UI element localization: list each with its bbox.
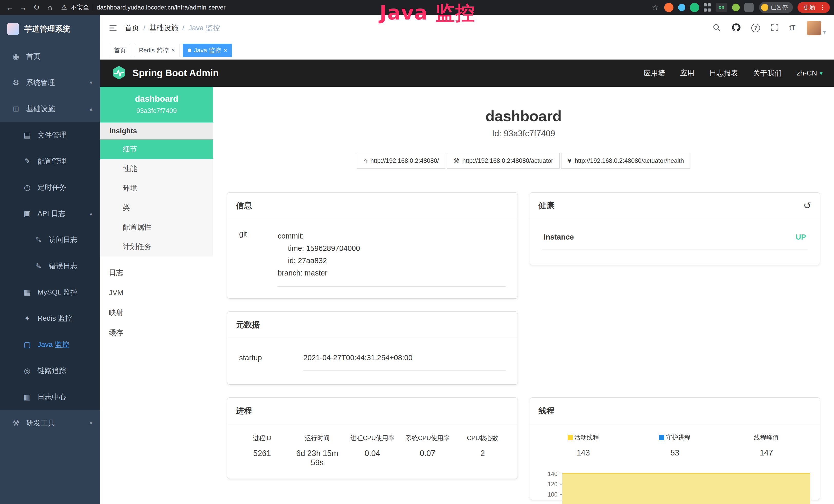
tag-redis-monitor[interactable]: Redis 监控 × [134, 44, 180, 57]
extensions-puzzle-icon[interactable] [744, 3, 753, 12]
info-row-label: git [239, 230, 278, 287]
process-col-value: 5261 [235, 449, 290, 458]
process-table: 进程ID 5261 运行时间 6d 23h 15m 59s 进程CPU使用率 0… [227, 424, 518, 479]
page-subtitle: Id: 93a3fc7f7409 [213, 129, 834, 138]
wrench-icon: ⚒ [453, 157, 459, 165]
chevron-down-icon: ▾ [820, 70, 823, 77]
avatar [807, 21, 821, 35]
instance-sidebar: dashboard 93a3fc7f7409 Insights 细节 性能 环境… [100, 87, 213, 504]
sba-nav-journal[interactable]: 日志报表 [709, 68, 738, 78]
instance-item-logs[interactable]: 日志 [100, 263, 213, 283]
sidebar-item-redis-monitor[interactable]: ✦ Redis 监控 [0, 305, 100, 331]
tag-home[interactable]: 首页 [109, 44, 131, 57]
update-button[interactable]: 更新 ⋮ [797, 2, 830, 13]
app-logo [7, 23, 19, 35]
refresh-icon[interactable]: ↻ [31, 2, 42, 13]
instance-header[interactable]: dashboard 93a3fc7f7409 [100, 87, 213, 122]
sba-nav-about[interactable]: 关于我们 [753, 68, 782, 78]
sidebar-item-access-logs[interactable]: ✎ 访问日志 [0, 227, 100, 253]
font-size-icon[interactable]: tT [789, 24, 795, 32]
close-icon[interactable]: × [171, 47, 175, 54]
service-url-link[interactable]: ⌂ http://192.168.0.2:48080/ [357, 153, 445, 169]
active-threads-value: 143 [537, 448, 629, 458]
instance-item-mappings[interactable]: 映射 [100, 303, 213, 323]
extension-on-badge[interactable]: on [716, 3, 727, 12]
actuator-url-link[interactable]: ⚒ http://192.168.0.2:48080/actuator [447, 153, 560, 169]
instance-item-caches[interactable]: 缓存 [100, 323, 213, 343]
insights-item-scheduled-tasks[interactable]: 计划任务 [100, 237, 213, 256]
home-icon: ⌂ [363, 157, 367, 165]
api-log-icon: ▣ [23, 209, 32, 218]
sidebar-item-system-management[interactable]: ⚙ 系统管理 ▾ [0, 70, 100, 96]
health-card: 健康 ↺ Instance UP [530, 192, 820, 265]
process-col-value: 6d 23h 15m 59s [290, 449, 345, 467]
tag-java-monitor[interactable]: Java 监控 × [183, 44, 232, 57]
java-monitor-icon: ▢ [23, 340, 32, 349]
daemon-threads-value: 53 [629, 448, 721, 458]
sba-body: dashboard 93a3fc7f7409 Insights 细节 性能 环境… [100, 87, 834, 504]
extension-drop-icon[interactable] [678, 4, 685, 11]
locale-select[interactable]: zh-CN ▾ [797, 69, 823, 77]
sidebar-item-home[interactable]: ◉ 首页 [0, 43, 100, 70]
search-icon[interactable] [712, 23, 721, 33]
page-title: dashboard [213, 107, 834, 124]
sidebar-item-api-logs[interactable]: ▣ API 日志 ▴ [0, 201, 100, 227]
sidebar-item-error-logs[interactable]: ✎ 错误日志 [0, 253, 100, 279]
sidebar-item-dev-tools[interactable]: ⚒ 研发工具 ▾ [0, 410, 100, 436]
active-dot [188, 48, 191, 52]
browser-home-icon[interactable]: ⌂ [44, 2, 56, 13]
sidebar-item-infrastructure[interactable]: ⊞ 基础设施 ▴ [0, 96, 100, 122]
insights-item-classes[interactable]: 类 [100, 198, 213, 217]
extension-fox-icon[interactable] [664, 3, 674, 12]
sba-nav-applications[interactable]: 应用 [680, 68, 695, 78]
extension-leaf-icon[interactable] [732, 4, 740, 11]
tags-bar: 首页 Redis 监控 × Java 监控 × [100, 41, 834, 60]
user-menu[interactable]: ▾ [807, 21, 826, 35]
instance-item-jvm[interactable]: JVM [100, 283, 213, 303]
health-url-link[interactable]: ♥ http://192.168.0.2:48080/actuator/heal… [561, 153, 690, 169]
security-warning-icon: ⚠ [61, 3, 67, 11]
extension-y-icon[interactable] [690, 3, 699, 12]
sba-navbar: Spring Boot Admin 应用墙 应用 日志报表 关于我们 zh-CN… [100, 60, 834, 87]
paused-badge[interactable]: 已暂停 [759, 2, 793, 13]
extensions-grid-icon[interactable] [704, 3, 711, 12]
insights-item-metrics[interactable]: 性能 [100, 159, 213, 179]
sidebar-item-log-center[interactable]: ▥ 日志中心 [0, 384, 100, 410]
dashboard-icon: ◉ [11, 52, 21, 61]
gear-icon: ⚙ [11, 78, 21, 87]
peak-threads-value: 147 [721, 448, 812, 458]
app-sidebar: 芋道管理系统 ◉ 首页 ⚙ 系统管理 ▾ ⊞ 基础设施 ▴ ▤ 文件管理 ✎ [0, 15, 100, 504]
app-logo-row[interactable]: 芋道管理系统 [0, 15, 100, 43]
history-icon[interactable]: ↺ [804, 200, 811, 211]
main-column: 首页 / 基础设施 / Java 监控 ? tT [100, 15, 834, 504]
process-col-header: 系统CPU使用率 [400, 434, 455, 442]
browser-chrome: ← → ↻ ⌂ ⚠ 不安全 dashboard.yudao.iocoder.cn… [0, 0, 834, 15]
close-icon[interactable]: × [223, 47, 227, 54]
sidebar-item-file-manager[interactable]: ▤ 文件管理 [0, 122, 100, 148]
sidebar-item-config-manager[interactable]: ✎ 配置管理 [0, 148, 100, 174]
sidebar-item-java-monitor[interactable]: ▢ Java 监控 [0, 331, 100, 358]
sidebar-item-trace[interactable]: ◎ 链路追踪 [0, 358, 100, 384]
hamburger-icon[interactable] [108, 23, 118, 32]
sba-brand[interactable]: Spring Boot Admin [111, 65, 219, 81]
breadcrumb-home[interactable]: 首页 [125, 23, 139, 33]
insights-item-environment[interactable]: 环境 [100, 179, 213, 198]
sidebar-item-mysql-monitor[interactable]: ▦ MySQL 监控 [0, 279, 100, 305]
threads-card-title: 线程 [539, 406, 554, 416]
sba-nav-wallboard[interactable]: 应用墙 [644, 68, 665, 78]
insights-item-details[interactable]: 细节 [100, 139, 213, 159]
sidebar-item-scheduled-tasks[interactable]: ◷ 定时任务 [0, 174, 100, 201]
github-icon[interactable] [731, 23, 741, 33]
back-icon[interactable]: ← [4, 2, 16, 13]
breadcrumb-infrastructure[interactable]: 基础设施 [150, 23, 178, 33]
address-bar[interactable]: ⚠ 不安全 dashboard.yudao.iocoder.cn/infra/a… [61, 2, 225, 13]
threads-chart: 140 120 100 [537, 469, 812, 500]
insights-item-config-props[interactable]: 配置属性 [100, 217, 213, 237]
help-icon[interactable]: ? [751, 24, 760, 32]
browser-menu-icon[interactable]: ⋮ [819, 3, 826, 11]
fullscreen-icon[interactable] [770, 23, 779, 33]
chevron-down-icon: ▾ [90, 79, 92, 86]
forward-icon[interactable]: → [18, 2, 29, 13]
bookmark-star-icon[interactable]: ☆ [650, 2, 661, 13]
breadcrumb: 首页 / 基础设施 / Java 监控 [125, 23, 220, 33]
